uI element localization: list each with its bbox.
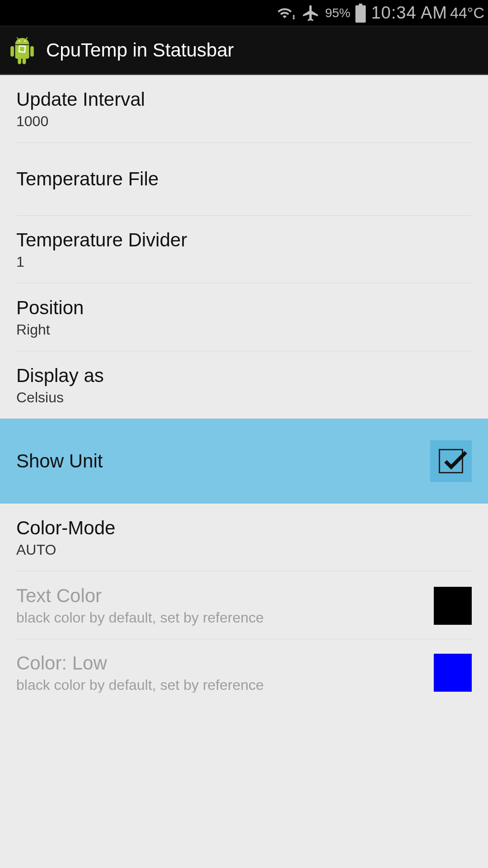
setting-value: 1000	[16, 113, 145, 130]
battery-icon	[355, 4, 366, 23]
setting-title: Display as	[16, 365, 104, 387]
color-low-swatch	[434, 654, 472, 692]
setting-title: Temperature Divider	[16, 229, 187, 251]
svg-rect-1	[30, 46, 34, 57]
setting-title: Position	[16, 297, 84, 319]
setting-subtitle: black color by default, set by reference	[16, 677, 264, 693]
svg-point-6	[19, 40, 20, 42]
status-time: 10:34 AM	[371, 3, 447, 23]
setting-text-color[interactable]: Text Color black color by default, set b…	[16, 571, 472, 639]
checkmark-icon	[439, 449, 463, 473]
setting-title: Update Interval	[16, 89, 145, 110]
battery-percentage: 95%	[325, 6, 350, 20]
setting-subtitle: black color by default, set by reference	[16, 609, 264, 626]
app-icon	[8, 36, 36, 64]
setting-color-mode[interactable]: Color-Mode AUTO	[16, 504, 472, 571]
setting-color-low[interactable]: Color: Low black color by default, set b…	[16, 639, 472, 693]
setting-position[interactable]: Position Right	[16, 283, 472, 351]
setting-update-interval[interactable]: Update Interval 1000	[16, 75, 472, 143]
setting-temperature-file[interactable]: Temperature File	[16, 143, 472, 216]
airplane-mode-icon	[301, 4, 320, 23]
setting-show-unit[interactable]: Show Unit	[0, 419, 488, 504]
svg-rect-5	[19, 47, 24, 52]
action-bar: CpuTemp in Statusbar	[0, 26, 488, 75]
setting-title: Text Color	[16, 585, 264, 607]
status-temperature: 44°C	[450, 4, 484, 22]
text-color-swatch	[434, 587, 472, 625]
show-unit-checkbox[interactable]	[430, 440, 472, 482]
status-bar: 95% 10:34 AM 44°C	[0, 0, 488, 26]
setting-title: Color-Mode	[16, 517, 115, 539]
setting-title: Color: Low	[16, 652, 264, 674]
setting-temperature-divider[interactable]: Temperature Divider 1	[16, 216, 472, 283]
svg-point-7	[24, 40, 26, 42]
setting-display-as[interactable]: Display as Celsius	[16, 351, 472, 419]
setting-title: Temperature File	[16, 159, 159, 199]
app-title: CpuTemp in Statusbar	[46, 39, 234, 61]
setting-value: Right	[16, 321, 84, 338]
setting-value: AUTO	[16, 542, 115, 558]
setting-value: 1	[16, 254, 187, 270]
settings-list: Update Interval 1000 Temperature File Te…	[0, 75, 488, 693]
wifi-icon	[276, 5, 297, 21]
setting-value: Celsius	[16, 389, 104, 406]
svg-rect-0	[10, 46, 14, 57]
setting-title: Show Unit	[16, 450, 103, 472]
